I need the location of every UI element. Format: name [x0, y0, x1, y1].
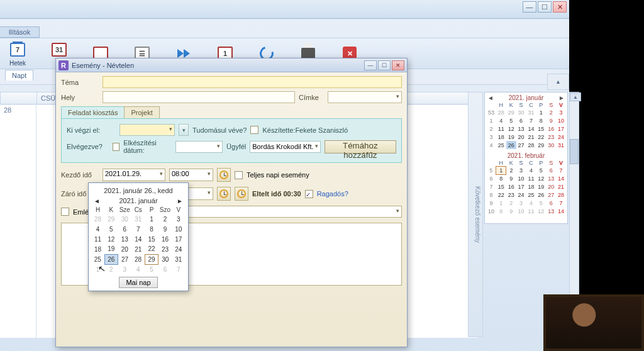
clock-icon [219, 170, 228, 179]
tema-label: Téma [61, 79, 99, 86]
kezdo-date-input[interactable]: 2021.01.29. [103, 169, 165, 181]
elvegezve-label: Elvégezve? [67, 143, 109, 150]
clock-icon [237, 189, 246, 198]
kivegzi-lookup-button[interactable]: ▾ [179, 124, 189, 136]
mini-next-icon[interactable]: ► [558, 94, 565, 101]
toolbar-weeks-button[interactable]: 7 Hetek [4, 41, 31, 67]
mini-calendar-january[interactable]: ◄2021. január► HKSCPSV 5328293031123 145… [486, 94, 566, 149]
ragados-link[interactable]: Ragadós? [317, 190, 348, 198]
kezdo-time-input[interactable]: 08:00 [169, 169, 213, 181]
app-logo-icon: R [58, 60, 69, 70]
ragados-checkbox[interactable] [305, 190, 313, 198]
clock-icon [219, 189, 228, 198]
tab-feladat-body: Ki végzi el: ▾ Tudomásul véve? Készített… [61, 118, 402, 163]
cimke-label: Címke [299, 94, 324, 101]
mini-cal-title: 2021. február [487, 152, 565, 159]
date-picker-prev-button[interactable]: ◄ [94, 198, 100, 204]
cimke-dropdown[interactable] [328, 91, 402, 103]
elkeszitesi-label: Elkészítési dátum: [123, 139, 171, 154]
emlekezteto-checkbox[interactable] [61, 208, 69, 216]
scroll-thumb[interactable] [570, 139, 579, 164]
tema-input[interactable] [103, 76, 402, 88]
dialog-titlebar[interactable]: R Esemény - Névtelen — ☐ ✕ [56, 58, 407, 72]
elvegezve-checkbox[interactable] [113, 143, 119, 151]
dialog-maximize-button[interactable]: ☐ [378, 60, 391, 70]
app-close-button[interactable]: ✕ [553, 1, 567, 13]
mini-calendar-panel: ◄2021. január► HKSCPSV 5328293031123 145… [484, 92, 568, 224]
tab-feladat-kiosztas[interactable]: Feladat kiosztás [61, 106, 125, 118]
app-minimize-button[interactable]: — [523, 1, 536, 13]
subtab-calendar[interactable]: Napt [5, 70, 33, 81]
elkeszitesi-date-dropdown[interactable] [175, 141, 223, 153]
hely-input[interactable] [103, 91, 295, 103]
eltelt-ido-label: Eltelt idő 00:30 [252, 190, 301, 198]
hely-label: Hely [61, 94, 99, 101]
calendar-month-icon: 31 [52, 43, 67, 57]
teljes-napi-checkbox[interactable] [235, 171, 243, 179]
kezdo-label: Kezdő idő [61, 171, 99, 179]
zaro-now-button[interactable] [217, 187, 231, 201]
ribbon-tab-settings[interactable]: llítások [0, 26, 40, 38]
keszitette-label: Készítette:Fekete Szaniszló [262, 126, 348, 134]
tab-projekt[interactable]: Projekt [124, 106, 159, 118]
eltelt-ido-button[interactable] [235, 187, 248, 201]
dialog-minimize-button[interactable]: — [364, 60, 377, 70]
dialog-title: Esemény - Névtelen [72, 62, 364, 69]
mini-prev-icon[interactable]: ◄ [487, 94, 494, 101]
tudomasul-label: Tudomásul véve? [192, 126, 247, 134]
teljes-napi-label: Teljes napi esemény [247, 171, 309, 179]
mini-calendar-february[interactable]: 2021. február HKSCPSV 51234567 689101112… [486, 152, 566, 216]
kivegzi-dropdown[interactable] [119, 124, 175, 136]
date-picker-fulldate: 2021. január 26., kedd [91, 186, 186, 197]
date-picker-month-label: 2021. január [119, 197, 157, 204]
dialog-close-button[interactable]: ✕ [392, 60, 404, 70]
app-menubar: — ☐ ✕ [0, 0, 569, 19]
tudomasul-checkbox[interactable] [250, 126, 258, 134]
calendar-week-icon: 7 [10, 43, 25, 57]
date-picker-popup: 2021. január 26., kedd ◄ 2021. január ► … [88, 182, 189, 291]
ugyfel-label: Ügyfél [226, 143, 246, 150]
toolbar-weeks-label: Hetek [9, 60, 26, 67]
play-icon [177, 49, 190, 58]
webcam-overlay [543, 294, 644, 351]
upcoming-events-collapsed[interactable]: Következő esemény [468, 92, 483, 337]
date-picker-grid[interactable]: HKSzeCsPSzoV 28293031123 45678910 111213… [91, 206, 186, 274]
week-number-cell: 28 [0, 105, 36, 338]
hozzafuz-button[interactable]: Témához hozzáfűz [325, 140, 396, 153]
kezdo-now-button[interactable] [217, 168, 231, 182]
date-picker-today-button[interactable]: Mai nap [119, 277, 157, 288]
ugyfel-dropdown[interactable]: Bordás Krokodil Kft. [250, 141, 320, 153]
app-maximize-button[interactable]: ☐ [538, 1, 552, 13]
week-number-header [1, 92, 37, 104]
scroll-up-icon[interactable]: ▲ [570, 92, 581, 101]
scroll-zone-top[interactable]: ▲ [547, 74, 569, 90]
mini-cal-title: 2021. január [494, 94, 558, 101]
kivegzi-label: Ki végzi el: [67, 126, 116, 134]
date-picker-next-button[interactable]: ► [177, 198, 183, 204]
